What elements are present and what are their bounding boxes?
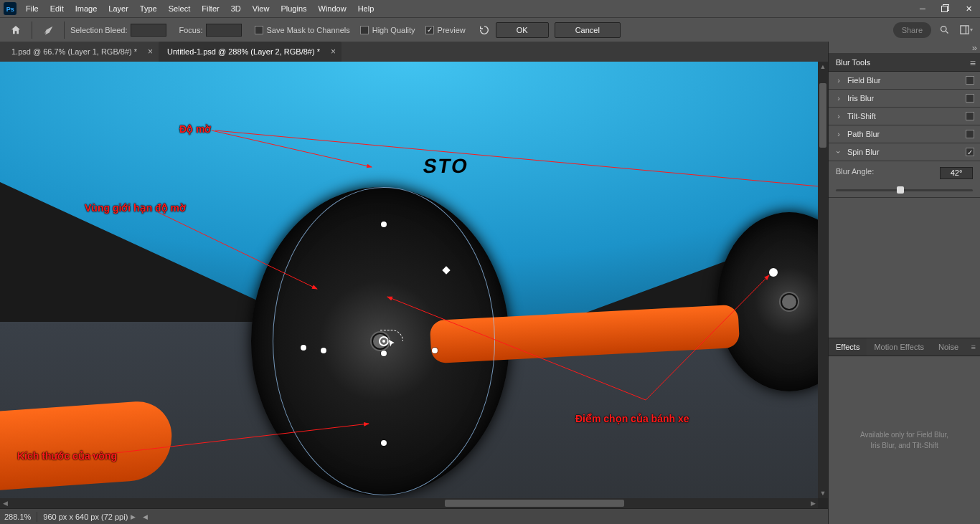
zoom-value[interactable]: 288.1% xyxy=(4,513,31,521)
menu-help[interactable]: Help xyxy=(352,0,380,17)
workspace-icon[interactable]: ▾ xyxy=(957,22,974,39)
annotation-opacity-bounds: Vùng giới hạn độ mờ xyxy=(85,202,186,214)
selection-bleed-input[interactable] xyxy=(131,24,166,37)
chevron-left-icon[interactable]: ◀ xyxy=(143,513,148,520)
chevron-right-icon: › xyxy=(834,94,843,103)
high-quality-label: High Quality xyxy=(372,26,415,34)
close-icon[interactable]: ✕ xyxy=(957,0,980,17)
accordion-label: Path Blur xyxy=(847,130,880,138)
canvas-area: STO Độ mờ V xyxy=(0,62,828,508)
menu-view[interactable]: View xyxy=(247,0,275,17)
cancel-button[interactable]: Cancel xyxy=(555,22,621,38)
vertical-scrollbar[interactable]: ▲ ▼ xyxy=(818,62,828,498)
share-button[interactable]: Share xyxy=(893,22,931,38)
effects-tabs: Effects Motion Effects Noise ≡ xyxy=(829,338,980,356)
blur-tools-tab[interactable]: Blur Tools ≡ xyxy=(829,53,980,72)
options-bar: Selection Bleed: Focus: Save Mask to Cha… xyxy=(0,17,980,42)
tab-label: 1.psd @ 66.7% (Layer 1, RGB/8#) * xyxy=(11,47,137,56)
scroll-left-icon[interactable]: ◀ xyxy=(0,498,10,508)
svg-point-4 xyxy=(941,27,946,32)
blur-angle-label: Blur Angle: xyxy=(836,167,874,176)
right-panel: » Blur Tools ≡ ›Field Blur ›Iris Blur ›T… xyxy=(828,42,980,524)
image-content: STO xyxy=(0,62,818,508)
annotation-opacity: Độ mờ xyxy=(179,123,211,135)
blur-angle-slider[interactable] xyxy=(836,189,973,191)
toggle-checkbox[interactable] xyxy=(966,94,974,103)
path-blur-row[interactable]: ›Path Blur xyxy=(829,125,980,143)
menu-file[interactable]: File xyxy=(20,0,44,17)
tab-doc-2[interactable]: Untitled-1.psd @ 288% (Layer 2, RGB/8#) … xyxy=(159,42,341,62)
preview-label: Preview xyxy=(438,26,466,34)
save-mask-checkbox[interactable]: Save Mask to Channels xyxy=(255,26,350,34)
toggle-checkbox[interactable] xyxy=(966,76,974,85)
panel-title: Blur Tools xyxy=(836,58,870,67)
accordion-label: Field Blur xyxy=(847,76,880,85)
menu-plugins[interactable]: Plugins xyxy=(275,0,312,17)
search-icon[interactable] xyxy=(936,22,953,39)
iris-blur-row[interactable]: ›Iris Blur xyxy=(829,90,980,108)
panel-menu-icon[interactable]: ≡ xyxy=(967,338,980,356)
focus-input[interactable] xyxy=(206,24,242,37)
svg-rect-5 xyxy=(960,26,968,34)
tab-noise[interactable]: Noise xyxy=(931,338,966,356)
chevron-right-icon: › xyxy=(834,130,843,138)
accordion-label: Spin Blur xyxy=(847,148,880,156)
menu-select[interactable]: Select xyxy=(163,0,197,17)
menu-image[interactable]: Image xyxy=(70,0,103,17)
tab-label: Untitled-1.psd @ 288% (Layer 2, RGB/8#) … xyxy=(167,47,320,56)
home-icon[interactable] xyxy=(6,20,26,40)
ps-logo: Ps xyxy=(0,0,20,17)
annotation-ring-size: Kích thước của vòng xyxy=(17,450,117,462)
ok-button[interactable]: OK xyxy=(496,22,549,38)
toggle-checkbox[interactable] xyxy=(966,112,974,120)
canvas[interactable]: STO Độ mờ V xyxy=(0,62,818,508)
annotation-wheel-point: Điểm chọn của bánh xe xyxy=(575,413,689,424)
accordion-label: Tilt-Shift xyxy=(847,112,876,120)
toggle-checkbox[interactable] xyxy=(966,148,974,156)
tilt-shift-row[interactable]: ›Tilt-Shift xyxy=(829,108,980,125)
scrollbar-thumb[interactable] xyxy=(819,83,826,148)
menu-layer[interactable]: Layer xyxy=(103,0,134,17)
restore-icon[interactable] xyxy=(934,0,957,17)
menu-filter[interactable]: Filter xyxy=(196,0,225,17)
selection-bleed-label: Selection Bleed: xyxy=(70,26,128,34)
blur-angle-value[interactable]: 42° xyxy=(940,167,973,179)
reset-icon[interactable] xyxy=(476,22,493,39)
panel-menu-icon[interactable]: ≡ xyxy=(970,57,976,69)
focus-label: Focus: xyxy=(179,26,203,34)
status-bar: 288.1% 960 px x 640 px (72 ppi) ▶ ◀ xyxy=(0,508,828,524)
chevron-right-icon[interactable]: ▶ xyxy=(131,513,136,520)
scroll-right-icon[interactable]: ▶ xyxy=(808,498,818,508)
scrollbar-thumb[interactable] xyxy=(445,500,624,507)
tab-motion-effects[interactable]: Motion Effects xyxy=(867,338,931,356)
doc-dimensions: 960 px x 640 px (72 ppi) xyxy=(43,513,128,521)
spin-blur-point-2[interactable] xyxy=(769,268,778,277)
blur-tools-list: ›Field Blur ›Iris Blur ›Tilt-Shift ›Path… xyxy=(829,72,980,198)
menu-window[interactable]: Window xyxy=(313,0,352,17)
tab-effects[interactable]: Effects xyxy=(829,338,867,356)
horizontal-scrollbar[interactable]: ◀ ▶ xyxy=(0,498,818,508)
spin-blur-body: Blur Angle: 42° xyxy=(829,161,980,198)
tool-preset-icon[interactable] xyxy=(38,20,58,40)
menu-edit[interactable]: Edit xyxy=(44,0,70,17)
menu-type[interactable]: Type xyxy=(134,0,163,17)
preview-checkbox[interactable]: Preview xyxy=(425,26,466,34)
chevron-right-icon: › xyxy=(834,112,843,120)
accordion-label: Iris Blur xyxy=(847,94,874,103)
car-badge: STO xyxy=(421,155,471,178)
close-icon[interactable]: × xyxy=(148,47,153,57)
minimize-icon[interactable]: ─ xyxy=(911,0,934,17)
toggle-checkbox[interactable] xyxy=(966,130,974,138)
scroll-down-icon[interactable]: ▼ xyxy=(818,488,828,498)
menu-3d[interactable]: 3D xyxy=(225,0,247,17)
spin-blur-row[interactable]: ›Spin Blur xyxy=(829,143,980,161)
high-quality-checkbox[interactable]: High Quality xyxy=(360,26,415,34)
save-mask-label: Save Mask to Channels xyxy=(267,26,350,34)
tab-doc-1[interactable]: 1.psd @ 66.7% (Layer 1, RGB/8#) *× xyxy=(3,42,159,62)
panel-collapse-icon[interactable]: » xyxy=(829,42,980,53)
close-icon[interactable]: × xyxy=(331,47,336,57)
scroll-up-icon[interactable]: ▲ xyxy=(818,62,828,72)
svg-text:Ps: Ps xyxy=(6,6,14,13)
field-blur-row[interactable]: ›Field Blur xyxy=(829,72,980,90)
chevron-right-icon: › xyxy=(834,76,843,85)
